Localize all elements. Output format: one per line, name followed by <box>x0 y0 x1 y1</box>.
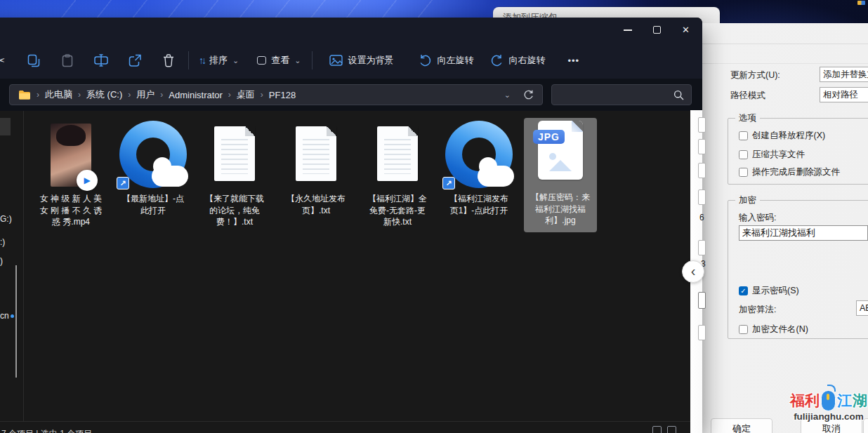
file-area[interactable]: G:) :) ) cn ▶ 女 神 级 新 人 美 女 刚 播 不 久 诱 惑 … <box>0 111 702 421</box>
nav-item-fragment: ) <box>0 256 3 266</box>
password-input[interactable] <box>739 225 868 241</box>
collapse-button[interactable]: ‹ <box>682 260 704 283</box>
sort-button[interactable]: ↑↓ 排序 ⌄ <box>199 54 239 67</box>
file-shortcut-publish-page[interactable]: ↗ 【福利江湖发布 页1】-点此打开 <box>442 119 515 216</box>
address-dropdown-chevron-icon[interactable]: ⌄ <box>504 91 511 99</box>
chevron-down-icon: ⌄ <box>232 57 239 65</box>
rotate-right-button[interactable]: 向右旋转 <box>490 54 545 67</box>
encrypt-names-checkbox[interactable]: 加密文件名(N) <box>739 324 808 335</box>
password-label: 输入密码: <box>739 212 776 224</box>
text-lines <box>221 139 248 174</box>
dialog-control-fragment <box>698 139 706 154</box>
nav-item-fragment: cn <box>0 311 9 321</box>
file-txt-permanent[interactable]: 【永久地址发布 页】.txt <box>280 119 353 216</box>
create-sfx-checkbox[interactable]: 创建自释放程序(X) <box>739 130 825 142</box>
rotate-left-icon <box>419 54 432 67</box>
qq-browser-icon <box>445 121 513 188</box>
path-mode-select[interactable]: 相对路径 <box>820 87 868 102</box>
nav-scrollbar[interactable] <box>15 265 17 378</box>
delete-button[interactable] <box>160 52 177 69</box>
rotate-right-label: 向右旋转 <box>508 54 545 67</box>
cloud-icon <box>478 166 514 187</box>
checkbox-unchecked[interactable] <box>739 168 748 177</box>
copy-icon <box>27 54 40 67</box>
rename-icon <box>94 54 108 67</box>
file-name: 【福利江湖】全 免费-无套路-更 新快.txt <box>361 193 434 228</box>
breadcrumb-pf128[interactable]: PF128 <box>269 90 296 100</box>
view-icon <box>257 56 266 65</box>
toolbar-separator <box>188 51 189 69</box>
address-bar[interactable]: › 此电脑 › 系统 (C:) › 用户 › Administrator › 桌… <box>9 84 543 105</box>
file-video[interactable]: ▶ 女 神 级 新 人 美 女 刚 播 不 久 诱 惑 秀.mp4 <box>34 119 107 228</box>
view-icons-toggle[interactable] <box>667 426 676 433</box>
share-button[interactable] <box>126 52 143 69</box>
checkbox-unchecked[interactable] <box>739 150 748 159</box>
maximize-button[interactable] <box>653 26 661 34</box>
dialog-control-fragment <box>698 163 706 178</box>
ok-button[interactable]: 确定 <box>711 418 772 433</box>
dialog-control-fragment <box>698 325 706 340</box>
watermark-text-red: 福利 <box>790 391 820 411</box>
file-name: 【解压密码：来 福利江湖找福 利】.jpg <box>524 192 597 227</box>
more-options-button[interactable]: ••• <box>567 55 579 66</box>
minimize-button[interactable] <box>624 29 632 31</box>
update-mode-select[interactable]: 添加并替换文 <box>820 67 868 82</box>
archive-dialog: 更新方式(U): 添加并替换文 路径模式 相对路径 选项 创建自释放程序(X) … <box>702 23 868 433</box>
checkbox-checked[interactable]: ✓ <box>739 286 748 295</box>
compress-shared-checkbox[interactable]: 压缩共享文件 <box>739 149 805 161</box>
pane-divider <box>23 111 24 421</box>
text-file-icon <box>377 126 418 181</box>
more-icon: ••• <box>567 55 579 66</box>
cut-button[interactable]: ✂ <box>0 52 8 69</box>
jpg-file-icon: JPG <box>538 121 583 180</box>
breadcrumb-chevron-icon: › <box>128 90 131 100</box>
file-jpg-password[interactable]: JPG 【解压密码：来 福利江湖找福 利】.jpg <box>524 118 597 232</box>
dialog-control-fragment <box>698 189 706 205</box>
encrypt-group-label: 加密 <box>735 194 760 206</box>
refresh-icon[interactable] <box>523 90 534 100</box>
file-name: 【最新地址】-点 此打开 <box>117 193 190 216</box>
breadcrumb-administrator[interactable]: Administrator <box>169 90 223 100</box>
share-icon <box>129 54 142 67</box>
breadcrumb-this-pc[interactable]: 此电脑 <box>45 88 72 101</box>
rotate-left-label: 向左旋转 <box>437 54 473 67</box>
nav-item-fragment: G:) <box>0 214 12 224</box>
mountain-glyph <box>549 160 572 171</box>
page-fold <box>408 126 418 136</box>
algorithm-select[interactable]: AES-2 <box>856 300 868 316</box>
file-txt-fulijianghu[interactable]: 【福利江湖】全 免费-无套路-更 新快.txt <box>361 119 434 228</box>
paste-button[interactable] <box>59 52 76 69</box>
rotate-left-button[interactable]: 向左旋转 <box>419 54 473 67</box>
dialog-control-fragment <box>698 240 706 255</box>
view-button[interactable]: 查看 ⌄ <box>257 54 301 67</box>
breadcrumb-drive-c[interactable]: 系统 (C:) <box>86 88 122 101</box>
close-button[interactable]: ✕ <box>682 25 690 34</box>
checkbox-unchecked[interactable] <box>739 131 748 140</box>
file-shortcut-latest-address[interactable]: ↗ 【最新地址】-点 此打开 <box>117 119 190 216</box>
watermark-text-teal: 湖 <box>853 391 867 411</box>
view-details-toggle[interactable] <box>652 426 662 433</box>
show-password-checkbox[interactable]: ✓ 显示密码(S) <box>739 285 799 297</box>
sort-icon: ↑↓ <box>199 55 204 66</box>
jpg-badge: JPG <box>533 130 565 144</box>
status-bar: 7 个项目 | 选中 1 个项目 <box>0 421 702 433</box>
thumbnail-figure <box>56 125 86 146</box>
copy-button[interactable] <box>25 52 42 69</box>
rename-button[interactable] <box>93 52 110 69</box>
search-input[interactable] <box>558 87 667 102</box>
explorer-window: ✕ ✂ ↑↓ 排序 ⌄ <box>0 18 702 433</box>
nav-pane-fragment <box>0 118 11 135</box>
breadcrumb-users[interactable]: 用户 <box>136 88 154 101</box>
media-overlay-icon: ▶ <box>77 170 98 191</box>
checkbox-unchecked[interactable] <box>739 325 748 334</box>
file-txt-forum[interactable]: 【来了就能下载 的论坛，纯免 费！】.txt <box>198 119 271 228</box>
cut-icon: ✂ <box>0 53 5 68</box>
breadcrumb-desktop[interactable]: 桌面 <box>237 88 255 101</box>
search-box[interactable] <box>551 84 692 105</box>
breadcrumb-chevron-icon: › <box>37 90 39 100</box>
set-background-button[interactable]: 设置为背景 <box>329 54 393 67</box>
explorer-titlebar[interactable]: ✕ <box>0 18 702 42</box>
delete-source-checkbox[interactable]: 操作完成后删除源文件 <box>739 166 840 178</box>
update-mode-label: 更新方式(U): <box>730 69 780 81</box>
text-file-icon <box>296 126 336 181</box>
